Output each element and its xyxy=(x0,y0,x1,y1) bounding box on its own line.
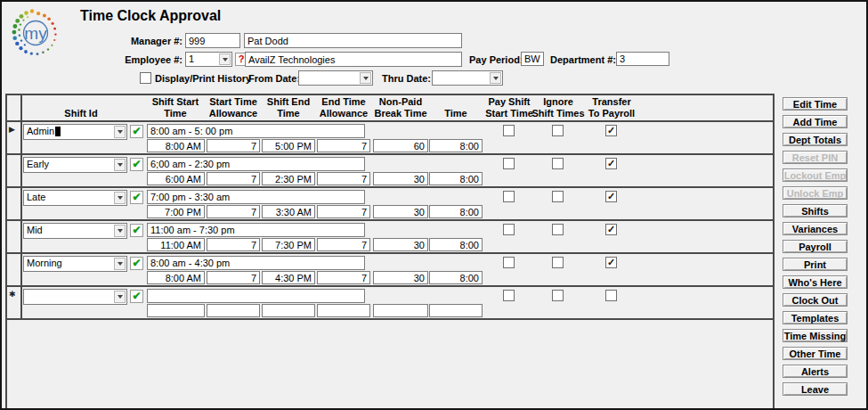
transfer-to-payroll-checkbox[interactable]: ✓ xyxy=(605,191,617,202)
pay-shift-start-time-checkbox[interactable] xyxy=(503,290,515,301)
non-paid-break-time-input[interactable] xyxy=(373,139,428,152)
shift-description-input[interactable] xyxy=(147,124,365,138)
end-time-allowance-input[interactable] xyxy=(317,271,370,284)
payroll-button[interactable]: Payroll xyxy=(783,240,848,253)
shift-end-time-input[interactable] xyxy=(262,205,315,218)
templates-button[interactable]: Templates xyxy=(783,311,848,324)
pay-shift-start-time-checkbox[interactable] xyxy=(503,257,515,268)
shift-start-time-input[interactable] xyxy=(147,205,205,218)
chevron-down-icon[interactable] xyxy=(114,192,126,204)
non-paid-break-time-input[interactable] xyxy=(373,271,428,284)
who-s-here-button[interactable]: Who's Here xyxy=(783,275,848,289)
apply-shift-button[interactable]: ✔ xyxy=(130,125,143,138)
transfer-to-payroll-checkbox[interactable]: ✓ xyxy=(605,224,617,235)
shift-end-time-input[interactable] xyxy=(262,304,315,317)
shift-end-time-input[interactable] xyxy=(262,172,315,185)
shift-end-time-input[interactable] xyxy=(262,271,315,284)
department-number-input[interactable] xyxy=(616,52,669,66)
end-time-allowance-input[interactable] xyxy=(317,172,370,185)
pay-period-input[interactable] xyxy=(521,52,544,66)
time-input[interactable] xyxy=(429,139,483,152)
display-print-history-checkbox[interactable] xyxy=(140,72,151,84)
ignore-shift-times-checkbox[interactable] xyxy=(552,224,564,235)
chevron-down-icon[interactable] xyxy=(114,291,126,303)
ignore-shift-times-checkbox[interactable] xyxy=(552,125,564,136)
ignore-shift-times-checkbox[interactable] xyxy=(552,257,564,268)
start-time-allowance-input[interactable] xyxy=(207,205,260,218)
clock-out-button[interactable]: Clock Out xyxy=(783,293,848,307)
ignore-shift-times-checkbox[interactable] xyxy=(552,290,564,301)
shift-start-time-input[interactable] xyxy=(147,238,205,251)
pay-shift-start-time-checkbox[interactable] xyxy=(503,191,515,202)
time-input[interactable] xyxy=(429,172,483,185)
add-time-button[interactable]: Add Time xyxy=(783,115,848,128)
shift-start-time-input[interactable] xyxy=(147,271,205,284)
shift-id-combo[interactable] xyxy=(23,289,127,305)
shift-start-time-input[interactable] xyxy=(147,172,205,185)
pay-shift-start-time-checkbox[interactable] xyxy=(503,224,515,235)
from-date-combo[interactable] xyxy=(298,70,373,86)
apply-shift-button[interactable]: ✔ xyxy=(130,158,143,171)
pay-shift-start-time-checkbox[interactable] xyxy=(503,125,515,136)
dept-totals-button[interactable]: Dept Totals xyxy=(783,133,848,146)
shifts-button[interactable]: Shifts xyxy=(783,204,848,217)
shift-start-time-input[interactable] xyxy=(147,139,205,152)
end-time-allowance-input[interactable] xyxy=(317,205,370,218)
time-input[interactable] xyxy=(429,271,483,284)
shift-id-combo[interactable]: Morning xyxy=(23,256,127,272)
shift-id-combo[interactable]: Mid xyxy=(23,223,127,239)
non-paid-break-time-input[interactable] xyxy=(373,172,428,185)
start-time-allowance-input[interactable] xyxy=(207,139,260,152)
shift-id-combo[interactable]: Admin xyxy=(23,124,127,140)
print-button[interactable]: Print xyxy=(783,258,848,271)
apply-shift-button[interactable]: ✔ xyxy=(130,290,143,303)
shift-id-combo[interactable]: Early xyxy=(23,157,127,173)
shift-description-input[interactable] xyxy=(147,256,365,270)
ignore-shift-times-checkbox[interactable] xyxy=(552,158,564,169)
transfer-to-payroll-checkbox[interactable] xyxy=(605,290,617,301)
apply-shift-button[interactable]: ✔ xyxy=(130,191,143,204)
end-time-allowance-input[interactable] xyxy=(317,304,370,317)
time-input[interactable] xyxy=(429,205,483,218)
chevron-down-icon[interactable] xyxy=(114,126,126,138)
non-paid-break-time-input[interactable] xyxy=(373,238,428,251)
transfer-to-payroll-checkbox[interactable]: ✓ xyxy=(605,257,617,268)
transfer-to-payroll-checkbox[interactable]: ✓ xyxy=(605,158,617,169)
chevron-down-icon[interactable] xyxy=(219,53,231,65)
employee-name-input[interactable] xyxy=(245,52,462,67)
shift-id-combo[interactable]: Late xyxy=(23,190,127,206)
shift-description-input[interactable] xyxy=(147,289,365,303)
non-paid-break-time-input[interactable] xyxy=(373,205,428,218)
end-time-allowance-input[interactable] xyxy=(317,139,370,152)
start-time-allowance-input[interactable] xyxy=(207,271,260,284)
edit-time-button[interactable]: Edit Time xyxy=(783,97,848,111)
start-time-allowance-input[interactable] xyxy=(207,172,260,185)
thru-date-combo[interactable] xyxy=(432,70,503,86)
ignore-shift-times-checkbox[interactable] xyxy=(552,191,564,202)
manager-name-input[interactable] xyxy=(244,33,462,48)
other-time-button[interactable]: Other Time xyxy=(783,347,848,360)
shift-end-time-input[interactable] xyxy=(262,238,315,251)
leave-button[interactable]: Leave xyxy=(783,382,848,396)
manager-number-input[interactable] xyxy=(185,33,240,48)
start-time-allowance-input[interactable] xyxy=(207,304,260,317)
shift-description-input[interactable] xyxy=(147,223,365,237)
chevron-down-icon[interactable] xyxy=(360,72,371,84)
shift-description-input[interactable] xyxy=(147,190,365,204)
chevron-down-icon[interactable] xyxy=(490,72,501,84)
alerts-button[interactable]: Alerts xyxy=(783,365,848,378)
chevron-down-icon[interactable] xyxy=(114,258,126,270)
non-paid-break-time-input[interactable] xyxy=(373,304,428,317)
variances-button[interactable]: Variances xyxy=(783,222,848,235)
employee-number-combo[interactable]: 1 xyxy=(185,52,232,67)
time-missing-button[interactable]: Time Missing xyxy=(783,329,848,342)
apply-shift-button[interactable]: ✔ xyxy=(130,224,143,237)
transfer-to-payroll-checkbox[interactable]: ✓ xyxy=(605,125,617,136)
chevron-down-icon[interactable] xyxy=(114,159,126,171)
start-time-allowance-input[interactable] xyxy=(207,238,260,251)
end-time-allowance-input[interactable] xyxy=(317,238,370,251)
time-input[interactable] xyxy=(429,238,483,251)
chevron-down-icon[interactable] xyxy=(114,225,126,237)
time-input[interactable] xyxy=(429,304,483,317)
apply-shift-button[interactable]: ✔ xyxy=(130,257,143,270)
